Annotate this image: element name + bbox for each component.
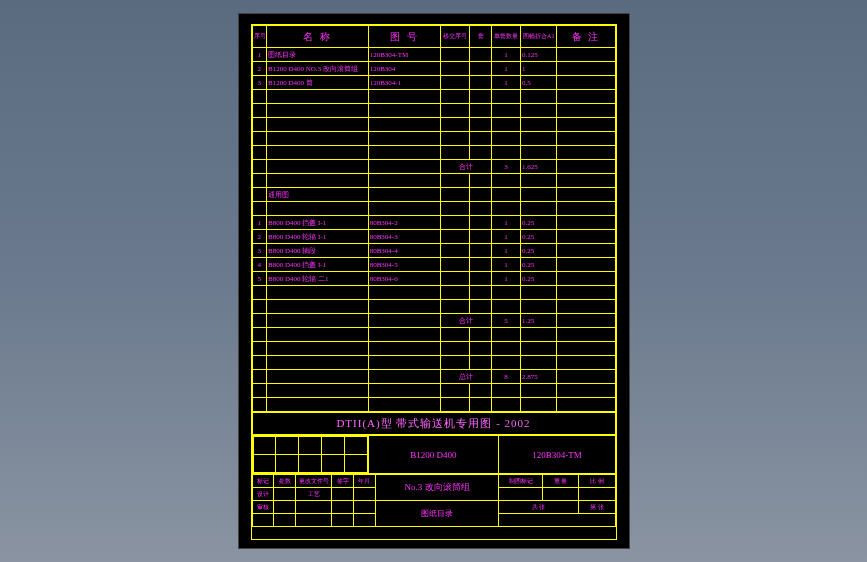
cell — [274, 488, 296, 501]
lbl: 制图标记 — [499, 475, 543, 488]
hdr-a: 移交序号 — [441, 26, 470, 48]
table-row — [252, 202, 615, 216]
cell-d: 1 — [521, 62, 557, 76]
lbl: 标记 — [252, 475, 274, 488]
lbl: 比 例 — [579, 475, 615, 488]
cell-no: 80B304-4 — [368, 244, 441, 258]
table-row — [252, 342, 615, 356]
subtotal-label: 合计 — [441, 160, 492, 174]
cell — [441, 62, 470, 76]
cell-no: 80B304-2 — [368, 216, 441, 230]
cell — [499, 514, 615, 527]
cell — [274, 501, 296, 514]
table-row: 3 B800 D400 轴段 80B304-4 1 0.25 — [252, 244, 615, 258]
tb2-spec: B1200 D400 — [368, 436, 499, 474]
cell — [354, 501, 376, 514]
table-row — [252, 90, 615, 104]
cell-name: 图纸目录 — [267, 48, 369, 62]
header-row: 序号 名 称 图 号 移交序号 套 单套数量 图幅折合A1 备 注 — [252, 26, 615, 48]
cell — [332, 488, 354, 501]
cell-idx: 1 — [252, 216, 267, 230]
cell-idx: 1 — [252, 48, 267, 62]
common-header: 通用图 — [267, 188, 369, 202]
cell — [296, 501, 332, 514]
cell-c: 1 — [492, 76, 521, 90]
cell — [441, 76, 470, 90]
cell-d: 0.25 — [521, 230, 557, 244]
cell-d: 0.25 — [521, 216, 557, 230]
cell-name: B800 D400 轮辐 I-1 — [267, 230, 369, 244]
table-row — [252, 300, 615, 314]
table-row — [252, 118, 615, 132]
table-row — [252, 286, 615, 300]
lbl: 共 张 — [499, 501, 579, 514]
table-row — [252, 132, 615, 146]
drawing-frame: 序号 名 称 图 号 移交序号 套 单套数量 图幅折合A1 备 注 1 图纸目录… — [251, 24, 617, 540]
lbl: 审核 — [252, 501, 274, 514]
subtotal-label: 合计 — [441, 314, 492, 328]
lbl: 工艺 — [296, 488, 332, 501]
subtotal-c: 5 — [492, 314, 521, 328]
table-row — [252, 328, 615, 342]
cell — [274, 514, 296, 527]
cell-d: 0.25 — [521, 272, 557, 286]
cell-no: 80B304-6 — [368, 272, 441, 286]
table-row — [252, 356, 615, 370]
cell — [557, 76, 615, 90]
table-row: 1 B800 D400 挡盖 I-1 80B304-2 1 0.25 — [252, 216, 615, 230]
cad-sheet: 序号 名 称 图 号 移交序号 套 单套数量 图幅折合A1 备 注 1 图纸目录… — [238, 13, 630, 549]
cell-idx: 2 — [252, 62, 267, 76]
grandtotal-c: 8 — [492, 370, 521, 384]
cell-c: 1 — [492, 244, 521, 258]
cell — [470, 62, 492, 76]
cell — [332, 514, 354, 527]
lbl: 设计 — [252, 488, 274, 501]
cell — [542, 488, 578, 501]
lbl: 第 张 — [579, 501, 615, 514]
cell — [296, 514, 332, 527]
cell-idx: 2 — [252, 230, 267, 244]
cell-idx: 5 — [252, 272, 267, 286]
hdr-name: 名 称 — [267, 26, 369, 48]
cell-c: 1 — [492, 272, 521, 286]
subtotal-d: 1.625 — [521, 160, 557, 174]
tb2-grid — [252, 436, 368, 474]
lbl: 更改文件号 — [296, 475, 332, 488]
cell — [557, 62, 615, 76]
cell-idx: 3 — [252, 76, 267, 90]
table-row: 4 B800 D400 挡盖 I-1 80B304-5 1 0.25 — [252, 258, 615, 272]
subtotal-row: 合计 3 1.625 — [252, 160, 615, 174]
cell-name: B800 D400 轮辐 二1 — [267, 272, 369, 286]
cell-d: 0.125 — [521, 48, 557, 62]
cell — [354, 514, 376, 527]
cell-name: B1200 D400 筒 — [267, 76, 369, 90]
titleblock-row2: B1200 D400 120B304-TM — [252, 435, 616, 474]
table-row — [252, 104, 615, 118]
cell — [252, 514, 274, 527]
cell-no: 120B304-TM — [368, 48, 441, 62]
cell — [557, 48, 615, 62]
tb3-r1: 标记 处数 更改文件号 签字 年月 No.3 改向滚筒组 制图标记 重 量 比 … — [252, 475, 615, 488]
table-row — [252, 146, 615, 160]
hdr-idx: 序号 — [252, 26, 267, 48]
hdr-c: 单套数量 — [492, 26, 521, 48]
cell-no: 120B304 — [368, 62, 441, 76]
drawing-title: DTII(A)型 带式输送机专用图 - 2002 — [252, 413, 615, 435]
table-row: 5 B800 D400 轮辐 二1 80B304-6 1 0.25 — [252, 272, 615, 286]
subtotal-c: 3 — [492, 160, 521, 174]
cell-d: 0.5 — [521, 76, 557, 90]
cell — [332, 501, 354, 514]
cell — [470, 48, 492, 62]
cell-no: 120B304-1 — [368, 76, 441, 90]
title-band: DTII(A)型 带式输送机专用图 - 2002 — [252, 412, 616, 435]
common-header-row: 通用图 — [252, 188, 615, 202]
grandtotal-row: 总计 8 2.875 — [252, 370, 615, 384]
grandtotal-label: 总计 — [441, 370, 492, 384]
cell — [579, 488, 615, 501]
cell-no: 80B304-5 — [368, 258, 441, 272]
cell-name: B1200 D400 NO.3 改向滚筒组 — [267, 62, 369, 76]
tb2-drawingno: 120B304-TM — [499, 436, 615, 474]
cell-no: 80B304-3 — [368, 230, 441, 244]
table-row: 2 B800 D400 轮辐 I-1 80B304-3 1 0.25 — [252, 230, 615, 244]
table-row: 1 图纸目录 120B304-TM 1 0.125 — [252, 48, 615, 62]
